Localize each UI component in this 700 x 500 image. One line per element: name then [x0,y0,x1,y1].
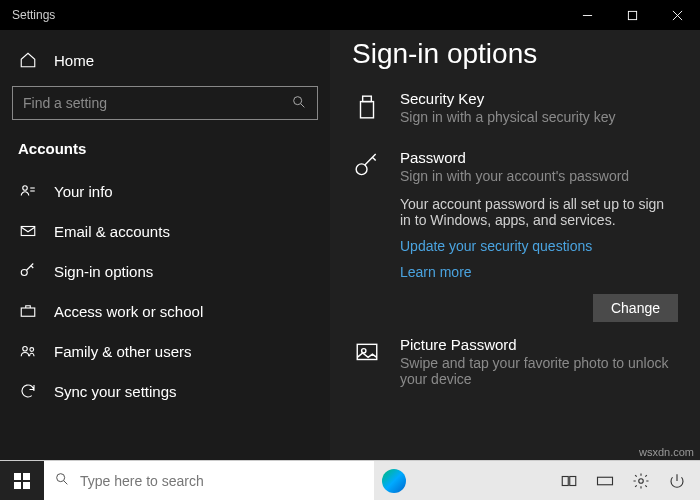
svg-rect-11 [21,308,35,316]
taskbar-search[interactable] [44,461,374,501]
watermark: wsxdn.com [639,446,694,458]
sidebar-item-label: Email & accounts [54,223,170,240]
svg-point-13 [30,348,34,352]
section-header: Accounts [0,134,330,171]
option-sub: Sign in with your account's password [400,168,678,184]
people-icon [18,341,38,361]
picture-icon [352,336,382,387]
close-button[interactable] [655,0,700,30]
sidebar-item-sync[interactable]: Sync your settings [0,371,330,411]
search-icon [54,471,70,490]
svg-point-16 [356,164,367,175]
learn-more-link[interactable]: Learn more [400,264,678,280]
minimize-button[interactable] [565,0,610,30]
sidebar-item-family[interactable]: Family & other users [0,331,330,371]
person-icon [18,181,38,201]
svg-rect-22 [23,482,30,489]
start-button[interactable] [0,461,44,501]
key-icon [18,261,38,281]
page-title: Sign-in options [352,38,678,70]
svg-rect-14 [363,96,372,101]
svg-point-10 [21,270,27,276]
svg-rect-20 [23,473,30,480]
option-title: Picture Password [400,336,678,353]
sidebar-item-email[interactable]: Email & accounts [0,211,330,251]
svg-rect-9 [21,227,35,236]
svg-rect-19 [14,473,21,480]
change-button[interactable]: Change [593,294,678,322]
briefcase-icon [18,301,38,321]
option-desc: Your account password is all set up to s… [400,196,678,228]
svg-point-32 [639,478,644,483]
option-picture-password[interactable]: Picture Password Swipe and tap your favo… [352,326,678,401]
svg-point-4 [294,96,302,104]
sidebar-item-label: Access work or school [54,303,203,320]
option-security-key[interactable]: Security Key Sign in with a physical sec… [352,80,678,139]
search-box[interactable] [12,86,318,120]
svg-rect-21 [14,482,21,489]
taskbar-edge[interactable] [374,469,414,493]
sidebar-item-label: Family & other users [54,343,192,360]
home-nav[interactable]: Home [0,40,330,80]
search-icon [291,94,307,113]
edge-icon [382,469,406,493]
main-content: Sign-in options Security Key Sign in wit… [330,30,700,460]
sidebar-item-work[interactable]: Access work or school [0,291,330,331]
svg-rect-25 [562,476,568,485]
svg-line-5 [301,103,305,107]
option-password[interactable]: Password Sign in with your account's pas… [352,139,678,326]
sidebar-item-label: Sync your settings [54,383,177,400]
svg-point-23 [57,474,65,482]
svg-rect-15 [361,102,374,118]
svg-rect-26 [570,476,576,485]
maximize-button[interactable] [610,0,655,30]
key-icon [352,149,382,322]
taskview-icon[interactable] [554,466,584,496]
sidebar-item-label: Your info [54,183,113,200]
usb-key-icon [352,90,382,125]
home-label: Home [54,52,94,69]
option-title: Password [400,149,678,166]
power-icon[interactable] [662,466,692,496]
svg-point-6 [23,186,28,191]
sidebar-item-label: Sign-in options [54,263,153,280]
gear-icon[interactable] [626,466,656,496]
svg-rect-27 [598,477,613,485]
svg-rect-1 [628,11,636,19]
svg-point-12 [23,347,28,352]
sidebar-item-your-info[interactable]: Your info [0,171,330,211]
sidebar: Home Accounts Your info Email & accounts… [0,30,330,460]
update-questions-link[interactable]: Update your security questions [400,238,678,254]
taskbar [0,460,700,500]
keyboard-icon[interactable] [590,466,620,496]
taskbar-search-input[interactable] [80,473,364,489]
option-title: Security Key [400,90,678,107]
search-input[interactable] [23,95,291,111]
sync-icon [18,381,38,401]
titlebar: Settings [0,0,700,30]
home-icon [18,50,38,70]
mail-icon [18,221,38,241]
svg-line-24 [64,481,68,485]
sidebar-item-signin[interactable]: Sign-in options [0,251,330,291]
option-sub: Sign in with a physical security key [400,109,678,125]
option-sub: Swipe and tap your favorite photo to unl… [400,355,678,387]
svg-point-18 [362,349,366,353]
window-title: Settings [0,8,565,22]
